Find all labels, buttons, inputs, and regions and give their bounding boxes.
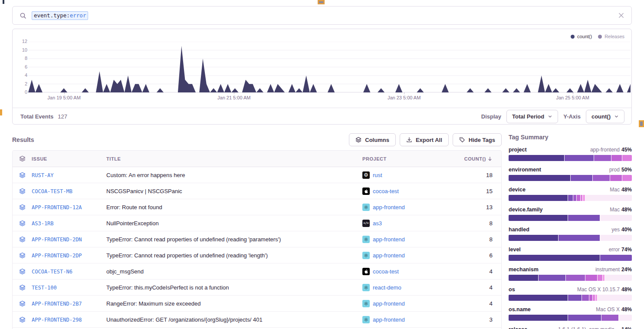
tag-distribution-bar[interactable] bbox=[509, 275, 632, 281]
project-link[interactable]: react-demo bbox=[373, 284, 401, 291]
tag-distribution-bar[interactable] bbox=[509, 215, 632, 221]
issue-link[interactable]: APP-FRONTEND-2B7 bbox=[32, 301, 82, 307]
events-area-chart[interactable] bbox=[28, 42, 631, 92]
layers-icon bbox=[355, 137, 361, 143]
issue-stack-icon bbox=[19, 172, 26, 178]
download-icon bbox=[406, 137, 412, 143]
results-title: Results bbox=[12, 136, 34, 143]
event-count: 4 bbox=[489, 300, 493, 307]
tag-name: level bbox=[509, 247, 521, 253]
search-bar[interactable]: event.type:error bbox=[12, 6, 632, 25]
sort-descending-icon bbox=[487, 156, 493, 161]
tag-distribution-bar[interactable] bbox=[509, 295, 632, 301]
tag-bar-segment bbox=[509, 195, 568, 201]
issue-stack-icon bbox=[19, 268, 26, 275]
tag-distribution-bar[interactable] bbox=[509, 155, 632, 161]
issue-link[interactable]: TEST-100 bbox=[32, 285, 57, 291]
issue-stack-icon bbox=[19, 204, 26, 211]
issue-link[interactable]: APP-FRONTEND-2DN bbox=[32, 237, 82, 243]
tag-distribution-bar[interactable] bbox=[509, 175, 632, 181]
issue-stack-icon bbox=[19, 220, 26, 227]
issue-link[interactable]: RUST-AY bbox=[32, 172, 54, 178]
close-icon[interactable] bbox=[618, 12, 624, 19]
tag-name: handled bbox=[509, 227, 529, 233]
tag-bar-segment bbox=[509, 295, 568, 301]
tag-bar-segment bbox=[592, 175, 610, 181]
project-link[interactable]: rust bbox=[373, 172, 382, 178]
display-dropdown-value: Total Period bbox=[512, 113, 544, 120]
tag-top-percent: 48% bbox=[621, 306, 632, 313]
issue-link[interactable]: APP-FRONTEND-2DP bbox=[32, 253, 82, 259]
columns-button[interactable]: Columns bbox=[349, 133, 396, 146]
tag-item-level: levelerror74% bbox=[509, 247, 632, 261]
project-link[interactable]: app-frontend bbox=[373, 316, 405, 323]
tag-top-value: error bbox=[609, 247, 620, 253]
y-tick-label: 8 bbox=[25, 56, 27, 61]
platform-apple-icon bbox=[362, 188, 370, 195]
column-header-issue[interactable]: ISSUE bbox=[32, 156, 106, 161]
tag-bar-segment bbox=[509, 235, 558, 241]
issue-link[interactable]: APP-FRONTEND-298 bbox=[32, 317, 82, 323]
x-tick-mark bbox=[234, 92, 234, 94]
tag-distribution-bar[interactable] bbox=[509, 315, 632, 321]
tag-item-environment: environmentprod50% bbox=[509, 167, 632, 181]
legend-item-releases[interactable]: Releases bbox=[598, 34, 624, 39]
tag-bar-segment bbox=[565, 275, 585, 281]
issue-link[interactable]: AS3-1RB bbox=[32, 220, 54, 227]
discover-events-page: event.type:error count()Releases 0246810… bbox=[0, 0, 644, 329]
project-link[interactable]: app-frontend bbox=[373, 204, 405, 211]
column-header-count[interactable]: COUNT() bbox=[461, 156, 501, 161]
search-filter-token[interactable]: event.type:error bbox=[32, 11, 88, 20]
tag-distribution-bar[interactable] bbox=[509, 195, 632, 201]
project-link[interactable]: app-frontend bbox=[373, 300, 405, 307]
tag-top-value: app-frontend bbox=[590, 147, 620, 153]
issue-link[interactable]: APP-FRONTEND-12A bbox=[32, 204, 82, 211]
tag-bar-segment bbox=[594, 155, 611, 161]
display-dropdown[interactable]: Total Period bbox=[506, 110, 558, 123]
legend-dot bbox=[598, 35, 602, 39]
legend-label: Releases bbox=[605, 34, 624, 39]
tag-top-percent: 48% bbox=[621, 286, 632, 293]
event-count: 4 bbox=[489, 268, 493, 275]
issue-stack-icon bbox=[19, 284, 26, 291]
y-tick-label: 10 bbox=[22, 47, 27, 53]
events-chart-panel: count()Releases 024681012 Jan 19 5:00 AM… bbox=[12, 29, 632, 125]
tag-bar-segment bbox=[568, 215, 600, 221]
search-token-key: event.type: bbox=[34, 12, 70, 19]
chevron-down-icon bbox=[614, 114, 619, 119]
platform-react-icon: ⚛ bbox=[362, 252, 370, 259]
issue-link[interactable]: COCOA-TEST-MB bbox=[32, 188, 72, 194]
total-events-label: Total Events bbox=[20, 113, 53, 120]
legend-item-count[interactable]: count() bbox=[571, 34, 592, 39]
issue-link[interactable]: COCOA-TEST-N6 bbox=[32, 269, 72, 275]
tag-bar-segment bbox=[509, 255, 600, 261]
tag-bar-segment bbox=[582, 295, 589, 301]
table-row: RUST-AYCustom: An error happens here⚙rus… bbox=[13, 167, 501, 183]
tag-top-value: 1.6.1 (1.6.1), com.media… bbox=[558, 326, 620, 329]
column-header-project[interactable]: PROJECT bbox=[362, 156, 461, 161]
y-tick-label: 12 bbox=[22, 39, 27, 44]
column-header-title[interactable]: TITLE bbox=[106, 156, 362, 161]
tag-top-value: Mac bbox=[610, 187, 620, 193]
tag-item-handled: handledyes40% bbox=[509, 227, 632, 241]
export-all-button[interactable]: Export All bbox=[400, 133, 449, 146]
button-label: Hide Tags bbox=[469, 137, 495, 143]
tag-bar-remainder bbox=[585, 195, 632, 201]
x-tick-label: Jan 25 5:00 AM bbox=[556, 95, 589, 100]
total-events-value: 127 bbox=[58, 113, 67, 120]
project-link[interactable]: app-frontend bbox=[373, 252, 405, 259]
y-axis-dropdown[interactable]: count() bbox=[586, 110, 624, 123]
project-link[interactable]: app-frontend bbox=[373, 236, 405, 243]
project-link[interactable]: as3 bbox=[373, 220, 382, 227]
hide-tags-button[interactable]: Hide Tags bbox=[453, 133, 502, 146]
tag-summary-items: projectapp-frontend45%environmentprod50%… bbox=[509, 147, 632, 329]
project-link[interactable]: cocoa-test bbox=[373, 268, 399, 275]
tag-distribution-bar[interactable] bbox=[509, 235, 632, 241]
x-tick-mark bbox=[64, 92, 65, 94]
tag-bar-segment bbox=[622, 175, 632, 181]
tag-top-value: yes bbox=[611, 227, 620, 233]
project-link[interactable]: cocoa-test bbox=[373, 188, 399, 194]
tag-distribution-bar[interactable] bbox=[509, 255, 632, 261]
y-tick-label: 0 bbox=[25, 89, 27, 95]
table-row: COCOA-TEST-N6objc_msgSendcocoa-test4 bbox=[13, 263, 501, 280]
